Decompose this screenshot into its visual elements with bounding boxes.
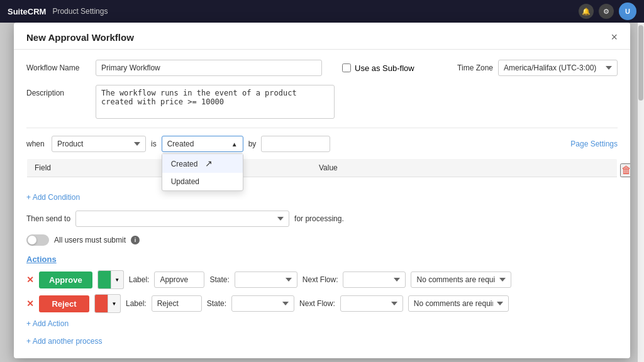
- description-textarea[interactable]: The workflow runs in the event of a prod…: [96, 85, 335, 119]
- nav-item[interactable]: Product Settings: [52, 7, 108, 16]
- subflow-label: Use as Sub-flow: [355, 63, 414, 73]
- reject-state-select[interactable]: [231, 295, 294, 312]
- reject-state-label: State:: [207, 299, 226, 308]
- event-select-wrapper: Created ▲ Created ↗ Updated: [162, 136, 243, 152]
- divider: [26, 128, 618, 128]
- conditions-table-outer: Field Value 🗑: [26, 158, 618, 187]
- event-selected-value: Created: [167, 140, 194, 148]
- approve-state-label: State:: [209, 275, 229, 284]
- reject-action-row: ✕ Reject ▼ Label: State: Next Flow:: [26, 294, 618, 313]
- add-condition-button[interactable]: + Add Condition: [26, 192, 80, 203]
- workflow-name-row: Workflow Name Use as Sub-flow Time Zone …: [26, 60, 618, 76]
- approve-color-dropdown[interactable]: ▼: [111, 270, 124, 289]
- info-icon[interactable]: i: [131, 236, 140, 244]
- timezone-group: Time Zone America/Halifax (UTC-3:00): [457, 60, 618, 76]
- toggle-label: All users must submit: [54, 236, 126, 244]
- product-select[interactable]: Product: [52, 136, 146, 152]
- reject-comments-select[interactable]: No comments are required: [408, 295, 509, 312]
- reject-color-swatch[interactable]: [94, 294, 108, 313]
- condition-row: when Product is Created ▲: [26, 136, 618, 152]
- modal-body: Workflow Name Use as Sub-flow Time Zone …: [14, 50, 630, 358]
- by-label: by: [248, 140, 257, 148]
- then-send-to-label: Then send to: [26, 214, 70, 223]
- timezone-select[interactable]: America/Halifax (UTC-3:00): [498, 60, 618, 76]
- reject-label-input[interactable]: [152, 295, 202, 312]
- event-dropdown-menu: Created ↗ Updated: [162, 153, 243, 191]
- modal-header: New Approval Workflow ×: [14, 23, 630, 50]
- event-select-display[interactable]: Created ▲: [162, 136, 243, 152]
- approve-label-input[interactable]: [154, 272, 204, 288]
- workflow-name-label: Workflow Name: [26, 60, 96, 72]
- value-column-header: Value: [311, 159, 618, 177]
- conditions-table: Field Value: [26, 158, 618, 187]
- toggle-row: All users must submit i: [26, 234, 618, 246]
- reject-color-picker: ▼: [94, 294, 121, 313]
- reject-next-flow-select[interactable]: [340, 295, 403, 312]
- description-row: Description The workflow runs in the eve…: [26, 85, 618, 119]
- approve-button[interactable]: Approve: [39, 272, 92, 288]
- event-option-created[interactable]: Created ↗: [162, 154, 243, 173]
- send-to-select[interactable]: [75, 211, 289, 227]
- send-to-row: Then send to for processing.: [26, 211, 618, 227]
- reject-button[interactable]: Reject: [39, 295, 89, 312]
- approve-color-picker: ▼: [97, 270, 124, 289]
- approve-color-swatch[interactable]: [97, 270, 111, 289]
- approve-next-flow-select[interactable]: [343, 272, 406, 288]
- subflow-checkbox-group: Use as Sub-flow: [342, 63, 414, 73]
- brand-logo: SuiteCRM: [8, 7, 46, 16]
- event-dropdown-arrow: ▲: [231, 141, 238, 148]
- approve-delete-button[interactable]: ✕: [26, 275, 34, 285]
- toggle-knob: [28, 236, 36, 244]
- bell-icon[interactable]: 🔔: [579, 4, 594, 19]
- add-process-button[interactable]: + Add another process: [26, 334, 102, 348]
- cursor-indicator: ↗: [205, 158, 213, 168]
- approve-action-row: ✕ Approve ▼ Label: State: Next Flow:: [26, 270, 618, 289]
- by-input[interactable]: [261, 136, 330, 152]
- reject-next-flow-label: Next Flow:: [299, 299, 335, 308]
- timezone-label: Time Zone: [457, 63, 493, 72]
- page-settings-link[interactable]: Page Settings: [570, 140, 618, 148]
- add-action-button[interactable]: + Add Action: [26, 318, 69, 329]
- actions-title: Actions: [26, 255, 618, 264]
- conditions-table-body: [27, 177, 618, 187]
- table-delete-button[interactable]: 🗑: [620, 163, 630, 177]
- approve-label-field-label: Label:: [129, 275, 150, 284]
- reject-delete-button[interactable]: ✕: [26, 299, 34, 309]
- approve-comments-select[interactable]: No comments are required: [411, 272, 511, 288]
- workflow-name-input[interactable]: [96, 60, 322, 76]
- modal-title: New Approval Workflow: [26, 32, 134, 43]
- event-option-updated[interactable]: Updated: [162, 173, 243, 190]
- description-label: Description: [26, 85, 96, 97]
- is-label: is: [151, 140, 157, 148]
- top-bar: SuiteCRM Product Settings 🔔 ⚙ U: [0, 0, 644, 23]
- modal: New Approval Workflow × Workflow Name Us…: [14, 23, 630, 358]
- subflow-checkbox[interactable]: [342, 63, 351, 72]
- close-button[interactable]: ×: [611, 31, 618, 43]
- settings-icon[interactable]: ⚙: [599, 4, 614, 19]
- when-label: when: [26, 140, 47, 148]
- reject-color-dropdown[interactable]: ▼: [108, 294, 121, 313]
- for-processing-label: for processing.: [294, 214, 344, 223]
- approve-next-flow-label: Next Flow:: [303, 275, 338, 284]
- reject-label-field-label: Label:: [126, 299, 147, 308]
- actions-section: Actions ✕ Approve ▼ Label: State:: [26, 255, 618, 329]
- submit-toggle[interactable]: [26, 234, 49, 246]
- approve-state-select[interactable]: [235, 272, 297, 288]
- avatar[interactable]: U: [619, 3, 636, 20]
